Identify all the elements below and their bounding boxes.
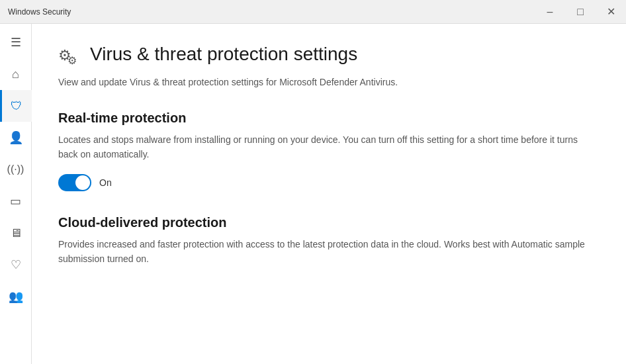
sidebar-item-family[interactable]: 👥	[0, 281, 32, 312]
sidebar-item-health[interactable]: ♡	[0, 249, 32, 281]
sidebar: ☰ ⌂ 🛡 👤 ((·)) ▭ 🖥 ♡ 👥	[0, 24, 32, 364]
family-icon: 👥	[9, 289, 23, 304]
health-icon: ♡	[11, 257, 21, 272]
app-icon: ▭	[10, 194, 21, 208]
sidebar-item-device[interactable]: 🖥	[0, 217, 32, 249]
cloud-title: Cloud-delivered protection	[58, 215, 600, 230]
account-icon: 👤	[9, 130, 23, 145]
sidebar-item-app[interactable]: ▭	[0, 185, 32, 217]
realtime-protection-section: Real-time protection Locates and stops m…	[58, 111, 600, 191]
device-icon: 🖥	[10, 226, 22, 240]
app-body: ☰ ⌂ 🛡 👤 ((·)) ▭ 🖥 ♡ 👥	[0, 24, 626, 364]
hamburger-icon: ☰	[11, 35, 21, 50]
maximize-button[interactable]: □	[565, 0, 596, 23]
cloud-desc: Provides increased and faster protection…	[58, 237, 600, 267]
minimize-button[interactable]: –	[535, 0, 565, 23]
sidebar-item-home[interactable]: ⌂	[0, 58, 32, 90]
realtime-toggle[interactable]	[58, 174, 91, 191]
main-content: ⚙⚙ Virus & threat protection settings Vi…	[32, 24, 626, 364]
realtime-toggle-knob	[75, 175, 90, 190]
titlebar-controls: – □ ✕	[535, 0, 626, 23]
realtime-toggle-label: On	[99, 177, 112, 188]
page-subtitle: View and update Virus & threat protectio…	[58, 75, 600, 89]
realtime-desc: Locates and stops malware from installin…	[58, 132, 600, 162]
shield-icon: 🛡	[11, 99, 22, 113]
sidebar-item-shield[interactable]: 🛡	[0, 90, 32, 122]
cloud-protection-section: Cloud-delivered protection Provides incr…	[58, 215, 600, 267]
page-title: Virus & threat protection settings	[90, 44, 357, 65]
sidebar-item-account[interactable]: 👤	[0, 122, 32, 154]
firewall-icon: ((·))	[7, 163, 24, 175]
titlebar: Windows Security – □ ✕	[0, 0, 626, 24]
sidebar-item-firewall[interactable]: ((·))	[0, 154, 32, 185]
home-icon: ⌂	[12, 68, 19, 81]
realtime-title: Real-time protection	[58, 111, 600, 126]
page-header: ⚙⚙ Virus & threat protection settings	[58, 44, 600, 65]
titlebar-title: Windows Security	[8, 7, 71, 17]
realtime-toggle-row: On	[58, 174, 600, 191]
page-gear-icon: ⚙⚙	[58, 44, 81, 65]
close-button[interactable]: ✕	[596, 0, 626, 23]
sidebar-item-hamburger[interactable]: ☰	[0, 26, 32, 58]
